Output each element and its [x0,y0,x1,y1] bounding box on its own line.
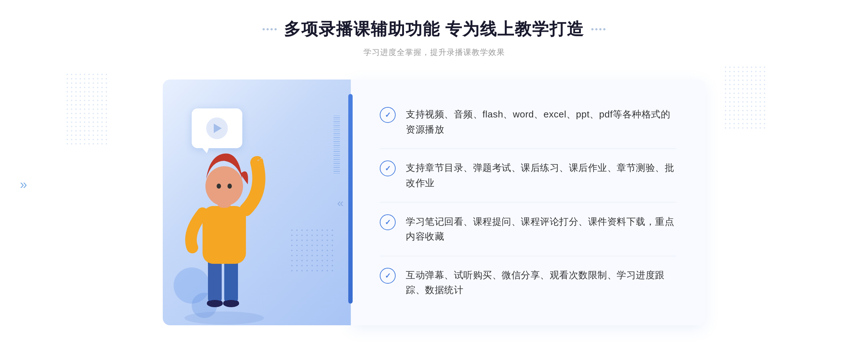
strip-line [333,121,340,122]
svg-point-0 [184,312,264,325]
strip-line [333,116,340,116]
bg-dots-right [723,65,767,130]
strip-line [333,145,340,146]
check-mark-icon: ✓ [385,218,391,227]
illustration-area: « [163,80,351,325]
header-section: 多项录播课辅助功能 专为线上教学打造 学习进度全掌握，提升录播课教学效果 [263,18,606,58]
strip-line [333,151,340,151]
strip-line [333,136,340,136]
svg-point-11 [205,166,243,206]
accent-bar [348,94,353,304]
strip-line [333,143,340,144]
divider-3 [380,256,676,256]
dot-3 [271,28,273,30]
svg-point-8 [187,242,198,253]
title-dots-left [263,28,277,30]
strip-line [333,129,340,130]
strip-line [333,171,340,171]
main-content: « [163,80,705,325]
strip-line [333,117,340,118]
check-mark-icon: ✓ [385,111,391,119]
dot-1 [263,28,265,30]
svg-rect-6 [223,301,239,306]
strip-line [333,173,340,173]
strip-line [333,124,340,124]
divider-1 [380,149,676,149]
svg-point-13 [227,184,232,189]
deco-strip [333,116,340,173]
feature-text-3: 学习笔记回看、课程提问、课程评论打分、课件资料下载，重点内容收藏 [406,214,676,244]
dot-4 [275,28,277,30]
strip-line [333,133,340,134]
strip-line [333,169,340,169]
svg-rect-5 [207,301,223,306]
divider-2 [380,202,676,202]
strip-line [333,157,340,158]
svg-rect-7 [203,206,246,264]
illus-chevrons-icon: « [337,196,344,210]
strip-line [333,125,340,126]
dot-7 [599,28,601,30]
check-circle-2: ✓ [380,160,396,176]
check-circle-3: ✓ [380,214,396,230]
strip-line [333,137,340,138]
page-subtitle: 学习进度全掌握，提升录播课教学效果 [263,47,606,58]
bg-dots-left [65,72,109,145]
dot-5 [591,28,593,30]
strip-line [333,139,340,140]
feature-text-1: 支持视频、音频、flash、word、excel、ppt、pdf等各种格式的资源… [406,107,676,137]
title-dots-right [591,28,605,30]
title-row: 多项录播课辅助功能 专为线上教学打造 [263,18,606,40]
check-circle-4: ✓ [380,268,396,284]
strip-line [333,163,340,163]
feature-item-1: ✓ 支持视频、音频、flash、word、excel、ppt、pdf等各种格式的… [380,100,676,144]
strip-line [333,159,340,159]
strip-line [333,165,340,166]
dot-6 [595,28,597,30]
check-circle-1: ✓ [380,107,396,123]
page-title: 多项录播课辅助功能 专为线上教学打造 [284,18,584,40]
dots-pattern [289,228,336,275]
features-card: ✓ 支持视频、音频、flash、word、excel、ppt、pdf等各种格式的… [351,80,705,325]
strip-line [333,155,340,155]
check-mark-icon: ✓ [385,164,391,173]
check-mark-icon: ✓ [385,271,391,280]
strip-line [333,141,340,142]
strip-line [333,153,340,154]
feature-item-3: ✓ 学习笔记回看、课程提问、课程评论打分、课件资料下载，重点内容收藏 [380,207,676,252]
strip-line [333,120,340,120]
person-illustration [170,126,278,325]
dot-2 [267,28,269,30]
strip-line [333,167,340,167]
page-container: » 多项录播课辅助功能 专为线上教学打造 学习进度全掌握，提升录播课教学效果 [0,0,868,352]
strip-line [333,147,340,148]
dot-8 [603,28,605,30]
feature-text-4: 互动弹幕、试听购买、微信分享、观看次数限制、学习进度跟踪、数据统计 [406,268,676,298]
feature-item-4: ✓ 互动弹幕、试听购买、微信分享、观看次数限制、学习进度跟踪、数据统计 [380,261,676,305]
chevron-left-icon: » [20,177,27,192]
feature-item-2: ✓ 支持章节目录、弹题考试、课后练习、课后作业、章节测验、批改作业 [380,153,676,198]
svg-point-12 [217,184,221,189]
feature-text-2: 支持章节目录、弹题考试、课后练习、课后作业、章节测验、批改作业 [406,160,676,190]
strip-line [333,132,340,132]
strip-line [333,128,340,128]
strip-line [333,149,340,150]
strip-line [333,161,340,162]
